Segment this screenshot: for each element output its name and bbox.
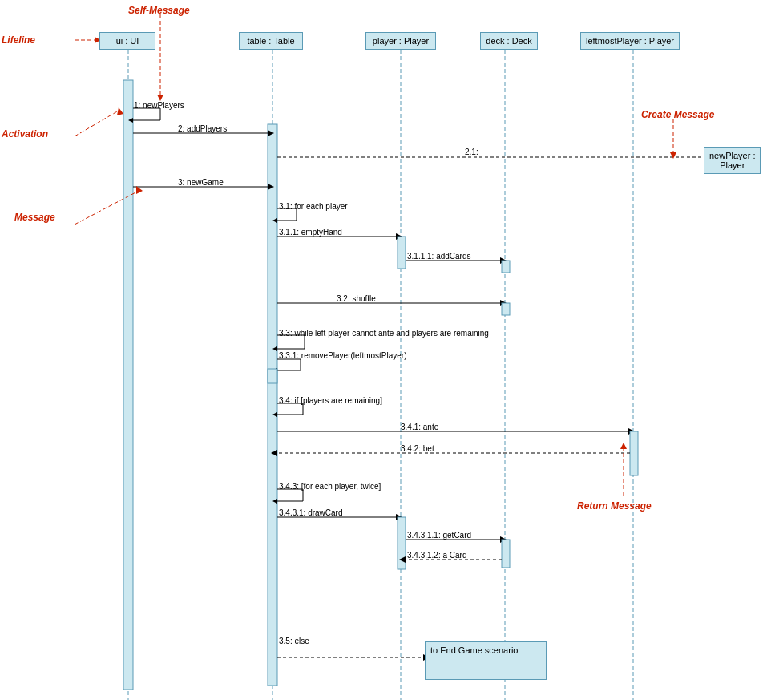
svg-marker-22 xyxy=(500,300,507,306)
svg-marker-7 xyxy=(128,118,133,123)
svg-rect-39 xyxy=(502,540,510,568)
svg-marker-38 xyxy=(500,536,507,543)
svg-rect-30 xyxy=(630,431,638,475)
msg-3431: 3.4.3.1: drawCard xyxy=(279,508,343,517)
annotation-activation: Activation xyxy=(2,128,48,140)
svg-marker-29 xyxy=(628,428,635,435)
svg-marker-41 xyxy=(399,556,406,563)
svg-rect-17 xyxy=(398,237,406,269)
msg-311: 3.1.1: emptyHand xyxy=(279,228,342,237)
annotation-lifeline: Lifeline xyxy=(2,34,35,46)
msg-34: 3.4: if [players are remaining] xyxy=(279,396,382,405)
lifeline-leftmost: leftmostPlayer : Player xyxy=(580,32,680,50)
sequence-diagram: ui : UI table : Table player : Player de… xyxy=(0,0,775,700)
svg-rect-23 xyxy=(502,303,510,315)
svg-marker-49 xyxy=(117,107,123,115)
msg-31: 3.1: for each player xyxy=(279,202,348,211)
svg-marker-45 xyxy=(157,95,163,101)
annotation-create-message: Create Message xyxy=(641,109,714,120)
svg-rect-6 xyxy=(268,124,277,686)
annotation-return-message: Return Message xyxy=(577,500,652,512)
lifeline-table: table : Table xyxy=(239,32,303,50)
msg-33: 3.3: while left player cannot ante and p… xyxy=(279,329,489,338)
msg-2: 2: addPlayers xyxy=(178,124,227,133)
svg-marker-25 xyxy=(272,368,277,373)
note-end-game: to End Game scenario xyxy=(425,641,547,680)
svg-marker-9 xyxy=(268,130,274,136)
svg-marker-24 xyxy=(272,346,277,351)
msg-342: 3.4.2: bet xyxy=(401,444,434,453)
svg-rect-20 xyxy=(502,261,510,273)
msg-1: 1: newPlayers xyxy=(134,101,184,110)
svg-rect-5 xyxy=(123,80,133,690)
annotation-self-message: Self-Message xyxy=(128,5,190,16)
svg-line-50 xyxy=(75,190,140,225)
msg-341: 3.4.1: ante xyxy=(401,423,438,431)
msg-35: 3.5: else xyxy=(279,637,309,645)
msg-331: 3.3.1: removePlayer(leftmostPlayer) xyxy=(279,351,407,360)
msg-34311: 3.4.3.1.1: getCard xyxy=(407,531,471,540)
svg-marker-16 xyxy=(396,233,402,240)
svg-rect-26 xyxy=(268,369,277,383)
msg-3111: 3.1.1.1: addCards xyxy=(407,252,471,261)
lifeline-ui: ui : UI xyxy=(99,32,155,50)
msg-21: 2.1: xyxy=(465,148,478,156)
svg-marker-33 xyxy=(272,499,277,504)
svg-marker-55 xyxy=(620,443,627,449)
svg-marker-27 xyxy=(272,412,277,417)
created-newplayer: newPlayer :Player xyxy=(704,147,761,174)
msg-343112: 3.4.3.1.2: a Card xyxy=(407,551,467,560)
svg-marker-19 xyxy=(500,257,507,264)
svg-marker-32 xyxy=(271,450,277,456)
msg-343: 3.4.3: [for each player, twice] xyxy=(279,482,381,491)
lifeline-player: player : Player xyxy=(365,32,436,50)
lifeline-deck: deck : Deck xyxy=(480,32,538,50)
svg-rect-36 xyxy=(398,517,406,569)
msg-3: 3: newGame xyxy=(178,178,224,187)
svg-marker-35 xyxy=(396,514,402,520)
svg-marker-13 xyxy=(268,184,274,190)
annotation-message: Message xyxy=(14,212,55,223)
msg-32: 3.2: shuffle xyxy=(337,294,376,303)
svg-line-48 xyxy=(75,111,119,136)
svg-marker-14 xyxy=(272,218,277,223)
svg-marker-51 xyxy=(136,186,143,194)
arrows-svg xyxy=(0,0,775,700)
svg-marker-53 xyxy=(670,152,676,159)
